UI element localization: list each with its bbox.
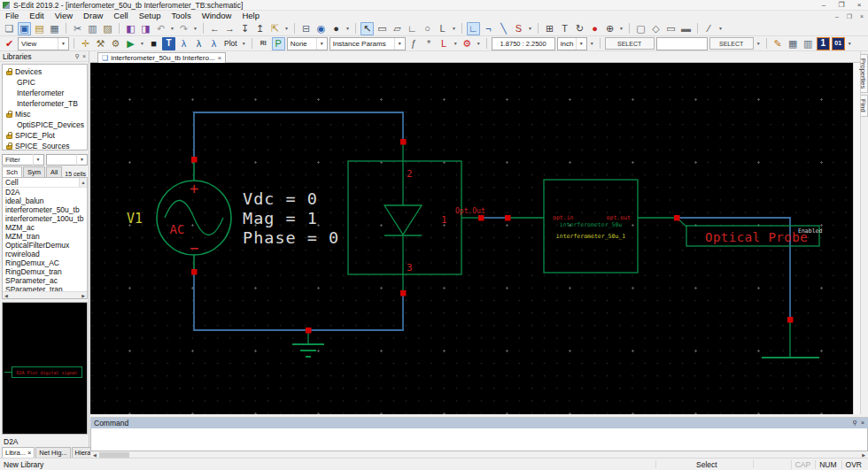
net-label-optout[interactable]: Opt.Out: [455, 207, 485, 215]
undo-icon[interactable]: ↶: [154, 22, 167, 35]
cell-item[interactable]: MZM_ac: [3, 223, 87, 232]
labels-menu-icon[interactable]: ▼: [453, 37, 459, 50]
cell-item[interactable]: MZM_tran: [3, 232, 87, 241]
wire-curve-icon[interactable]: S: [512, 22, 525, 35]
close-button[interactable]: ×: [850, 0, 868, 10]
view-tab-sym[interactable]: Sym: [23, 166, 45, 177]
stop-simulation-icon[interactable]: ■: [147, 37, 160, 50]
menu-setup[interactable]: Setup: [134, 11, 167, 21]
print-icon[interactable]: ⊟: [299, 22, 313, 35]
evaluate-icon[interactable]: ƒ: [407, 37, 421, 50]
side-tab-properties[interactable]: Properties: [861, 54, 868, 93]
digital-bus-icon[interactable]: 01: [832, 37, 845, 50]
library-optispice_devices[interactable]: OptiSPICE_Devices: [3, 119, 87, 130]
open-design-icon[interactable]: ▣: [18, 22, 31, 35]
menu-help[interactable]: Help: [236, 11, 265, 21]
navigate-menu-icon[interactable]: ▼: [283, 22, 290, 35]
print-log-icon[interactable]: ▥: [802, 37, 815, 50]
setup-tools-icon[interactable]: ⚙: [109, 37, 122, 50]
path-tool-icon[interactable]: ∟: [406, 22, 419, 35]
edit-pencil-icon[interactable]: ✎: [771, 37, 785, 50]
scroll-right-icon[interactable]: ▶: [81, 293, 85, 298]
wrench-icon[interactable]: ⚒: [94, 37, 107, 50]
label-tool-icon[interactable]: L: [436, 22, 449, 35]
digital-one-icon[interactable]: 1: [817, 37, 830, 50]
cut-icon[interactable]: ✂: [71, 22, 84, 35]
save-log-icon[interactable]: ▦: [787, 37, 800, 50]
select-filter-button[interactable]: SELECT: [709, 37, 754, 50]
interferometer-instance[interactable]: opt.in opt.out interferometer_50u interf…: [544, 180, 638, 273]
menu-view[interactable]: View: [50, 11, 78, 21]
open-page-icon[interactable]: ⇱: [268, 22, 282, 35]
shapes-menu-icon[interactable]: ▼: [717, 22, 724, 35]
copy-icon[interactable]: ▥: [86, 22, 99, 35]
library-interferometer_tb[interactable]: Interferometer_TB: [3, 98, 87, 109]
circle-tool-icon[interactable]: ○: [421, 22, 434, 35]
cell-item[interactable]: RingDemux_tran: [3, 267, 87, 276]
side-tab-find[interactable]: Find: [861, 95, 868, 117]
canvas-vscrollbar[interactable]: [853, 63, 860, 414]
wire-diagonal-icon[interactable]: ╲: [497, 22, 510, 35]
mdi-restore-button[interactable]: ❐: [843, 12, 856, 21]
probe-current-icon[interactable]: λ: [192, 37, 205, 50]
menu-edit[interactable]: Edit: [24, 11, 49, 21]
cell-item[interactable]: SParameter_ac: [3, 276, 87, 285]
probe-voltage-icon[interactable]: λ: [177, 37, 190, 50]
library-misc[interactable]: Misc: [3, 109, 87, 119]
view-symbol-icon[interactable]: ◨: [139, 22, 152, 35]
library-gpic[interactable]: GPIC: [3, 77, 87, 88]
print-menu-icon[interactable]: ▼: [345, 22, 351, 35]
unit-menu-icon[interactable]: ▼: [589, 37, 595, 50]
view-tab-all[interactable]: All: [46, 166, 62, 177]
panel-tab-libra[interactable]: Libra...×: [2, 447, 35, 458]
view-schematic-icon[interactable]: ◧: [124, 22, 137, 35]
cell-item[interactable]: ideal_balun: [3, 196, 87, 205]
panel-tab-nethig[interactable]: Net Hig...: [35, 447, 70, 458]
polygon-tool-icon[interactable]: ▱: [391, 22, 404, 35]
cell-item[interactable]: RingDemux_AC: [3, 258, 87, 267]
new-cell-icon[interactable]: ❏: [3, 22, 16, 35]
mdi-close-button[interactable]: ×: [856, 12, 868, 21]
redo-menu-icon[interactable]: ▼: [192, 22, 198, 35]
coordinate-display[interactable]: 1.8750 : 2.2500: [492, 37, 555, 50]
pin-icon[interactable]: ⚲: [853, 420, 857, 427]
photodetector[interactable]: [348, 142, 481, 293]
library-interferometer[interactable]: Interferometer: [3, 88, 87, 98]
filter-selector[interactable]: Filter▼: [2, 154, 44, 166]
schematic-canvas[interactable]: V1 + AC − Vdc = 0 Mag = 1 Phase = 0 2 3 …: [90, 63, 853, 414]
world-view-icon[interactable]: ◉: [314, 22, 328, 35]
render-icon[interactable]: ●: [329, 22, 343, 35]
run-menu-icon[interactable]: ▼: [139, 37, 145, 50]
push-into-icon[interactable]: ↧: [238, 22, 252, 35]
run-simulation-icon[interactable]: ▶: [124, 37, 137, 50]
port-icon[interactable]: ⊕: [603, 22, 616, 35]
checkmark-icon[interactable]: ✔: [3, 37, 16, 50]
cell-item[interactable]: D2A: [3, 188, 87, 196]
mdi-minimize-button[interactable]: –: [831, 12, 843, 21]
settings-menu-icon[interactable]: ▼: [476, 37, 482, 50]
pin-icon[interactable]: ⚲: [75, 53, 80, 60]
document-tab[interactable]: ❏ interferometer_50u_tb Interfero... ×: [97, 52, 226, 63]
cell-item[interactable]: OpticalFilterDemux: [3, 241, 87, 250]
pop-out-icon[interactable]: ↥: [253, 22, 267, 35]
restore-button[interactable]: ❐: [833, 0, 850, 10]
expression-icon[interactable]: *: [422, 37, 436, 50]
box-tool-icon[interactable]: ▭: [376, 22, 389, 35]
close-icon[interactable]: ×: [861, 420, 864, 427]
go-forward-icon[interactable]: →: [223, 22, 236, 35]
wire-v1-top[interactable]: [194, 112, 403, 159]
wire-menu-icon[interactable]: ▼: [527, 22, 533, 35]
open-folder-icon[interactable]: ▤: [33, 22, 46, 35]
paste-icon[interactable]: ▨: [101, 22, 114, 35]
menu-file[interactable]: File: [0, 11, 24, 21]
v1-parameters[interactable]: Vdc = 0 Mag = 1 Phase = 0: [243, 189, 339, 247]
go-back-icon[interactable]: ←: [208, 22, 221, 35]
ri-toggle-icon[interactable]: RI: [257, 37, 270, 50]
wire-v1-bottom[interactable]: [194, 272, 403, 330]
view-tab-sch[interactable]: Sch: [2, 166, 22, 177]
menu-tools[interactable]: Tools: [166, 11, 196, 21]
ground-termination-right[interactable]: [762, 320, 819, 358]
annotation-menu-icon[interactable]: ▼: [618, 22, 624, 35]
scroll-left-icon[interactable]: ◀: [4, 293, 8, 298]
plot-menu-icon[interactable]: ▼: [241, 37, 247, 50]
